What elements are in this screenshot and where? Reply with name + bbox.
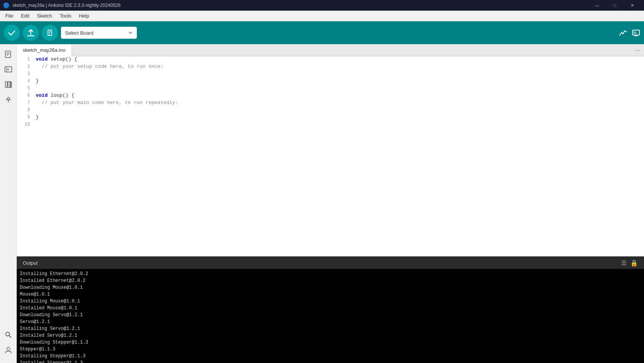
window-title: sketch_may26a | Arduino IDE 2.3.3-nightl… (13, 3, 121, 8)
tab-filename: sketch_may26a.ino (23, 47, 65, 53)
code-line: 8 (17, 107, 644, 114)
upload-icon (27, 29, 35, 37)
serial-plotter-icon (619, 29, 627, 37)
menu-sketch[interactable]: Sketch (33, 11, 56, 20)
serial-monitor-button[interactable] (632, 29, 640, 37)
menu-file[interactable]: File (2, 11, 17, 20)
svg-rect-17 (5, 82, 7, 88)
svg-rect-19 (11, 82, 11, 88)
title-bar: 🔵 sketch_may26a | Arduino IDE 2.3.3-nigh… (0, 0, 644, 11)
serial-plotter-button[interactable] (619, 29, 627, 37)
editor-tab[interactable]: sketch_may26a.ino (17, 44, 72, 56)
chevron-down-icon (128, 30, 133, 35)
menu-bar: File Edit Sketch Tools Help (0, 11, 644, 21)
code-line: 7 // put your main code here, to run rep… (17, 100, 644, 107)
output-lock-button[interactable]: 🔒 (630, 259, 638, 267)
tab-more-button[interactable]: ··· (631, 47, 644, 54)
upload-button[interactable] (23, 25, 39, 41)
sidebar-debug-button[interactable] (2, 93, 15, 107)
output-line: Downloading Stepper@1.1.3 (20, 339, 641, 346)
sidebar-search-button[interactable] (2, 328, 15, 342)
output-label: Output (23, 260, 38, 266)
sidebar (0, 44, 17, 363)
output-content[interactable]: Installing Ethernet@2.0.2 Installed Ethe… (17, 269, 644, 363)
output-panel: Output ☰ 🔒 Installing Ethernet@2.0.2 Ins… (17, 256, 644, 363)
title-bar-left: 🔵 sketch_may26a | Arduino IDE 2.3.3-nigh… (3, 2, 121, 8)
output-header-right: ☰ 🔒 (621, 259, 638, 267)
verify-icon (8, 29, 16, 37)
svg-point-16 (7, 69, 9, 70)
menu-tools[interactable]: Tools (56, 11, 75, 20)
window-controls: — □ ✕ (588, 0, 641, 11)
code-editor[interactable]: 1 void setup() { 2 // put your setup cod… (17, 56, 644, 256)
minimize-button[interactable]: — (588, 0, 606, 11)
sidebar-boards-button[interactable] (2, 62, 15, 76)
sidebar-libraries-button[interactable] (2, 78, 15, 91)
boards-icon (4, 65, 13, 74)
svg-rect-14 (5, 67, 12, 72)
output-line: Installed Stepper@1.1.3 (20, 360, 641, 363)
svg-point-20 (7, 98, 10, 100)
output-line: Servo@1.2.1 (20, 318, 641, 325)
code-line: 1 void setup() { (17, 56, 644, 64)
code-line: 2 // put your setup code here, to run on… (17, 64, 644, 71)
board-selector[interactable]: Select Board (61, 27, 137, 39)
sidebar-profile-button[interactable] (2, 343, 15, 357)
code-line: 10 (17, 122, 644, 129)
code-line: 4 } (17, 78, 644, 85)
svg-rect-5 (633, 30, 639, 35)
output-line: Installed Servo@1.2.1 (20, 332, 641, 339)
app-icon: 🔵 (3, 2, 10, 8)
output-line: Mouse@1.0.1 (20, 291, 641, 298)
svg-point-26 (7, 347, 10, 350)
svg-line-25 (9, 336, 11, 337)
menu-help[interactable]: Help (75, 11, 93, 20)
output-line: Installed Ethernet@2.0.2 (20, 277, 641, 284)
output-line: Downloading Servo@1.2.1 (20, 312, 641, 318)
search-icon (5, 331, 12, 339)
main-layout: sketch_may26a.ino ··· 1 void setup() { 2… (0, 44, 644, 363)
content-area: sketch_may26a.ino ··· 1 void setup() { 2… (17, 44, 644, 363)
libraries-icon (4, 80, 13, 89)
output-line: Stepper@1.1.3 (20, 346, 641, 353)
code-line: 6 void loop() { (17, 93, 644, 100)
tab-bar: sketch_may26a.ino ··· (17, 44, 644, 56)
board-selector-label: Select Board (65, 30, 126, 36)
verify-button[interactable] (4, 25, 20, 41)
output-line: Installing Stepper@1.1.3 (20, 353, 641, 360)
svg-rect-18 (8, 82, 10, 88)
menu-edit[interactable]: Edit (17, 11, 33, 20)
serial-monitor-icon (632, 29, 640, 37)
output-header: Output ☰ 🔒 (17, 257, 644, 269)
output-line: Installing Ethernet@2.0.2 (20, 270, 641, 277)
debug-sidebar-icon (4, 96, 13, 104)
toolbar: Select Board (0, 21, 644, 44)
debug-button[interactable] (42, 25, 58, 41)
output-line: Downloading Mouse@1.0.1 (20, 284, 641, 291)
output-line: Installing Mouse@1.0.1 (20, 298, 641, 305)
code-line: 5 (17, 85, 644, 93)
output-line: Installed Mouse@1.0.1 (20, 305, 641, 312)
debug-icon (46, 29, 54, 37)
close-button[interactable]: ✕ (623, 0, 641, 11)
output-line: Installing Servo@1.2.1 (20, 325, 641, 332)
sketchbook-icon (4, 50, 13, 58)
code-lines: 1 void setup() { 2 // put your setup cod… (17, 56, 644, 129)
code-line: 9 } (17, 114, 644, 122)
toolbar-right (619, 29, 640, 37)
output-clear-button[interactable]: ☰ (621, 259, 627, 267)
sidebar-bottom (2, 328, 15, 360)
code-line: 3 (17, 71, 644, 78)
maximize-button[interactable]: □ (606, 0, 623, 11)
profile-icon (4, 346, 13, 354)
sidebar-sketchbook-button[interactable] (2, 47, 15, 61)
